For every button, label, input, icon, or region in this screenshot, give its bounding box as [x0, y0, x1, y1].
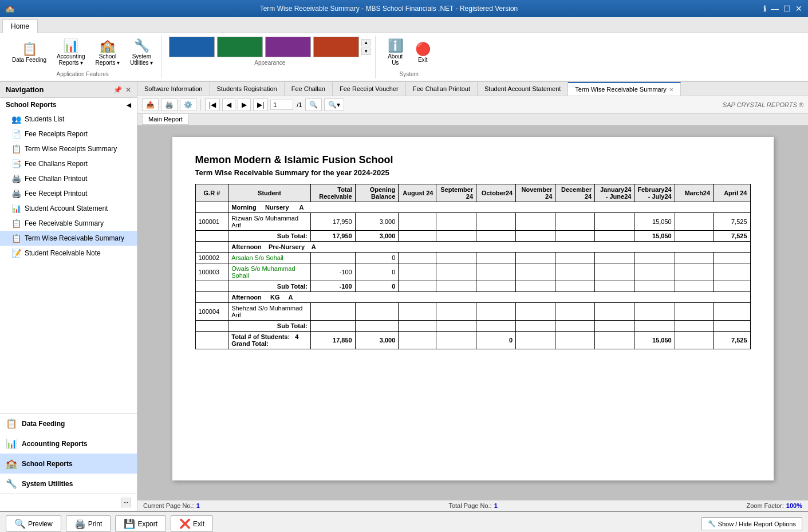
theme-swatch-blue[interactable] — [169, 37, 215, 57]
rpt-first-page-btn[interactable]: |◀ — [205, 98, 220, 111]
grand-total-label: Total # of Students: 4 Grand Total: — [228, 332, 311, 349]
nav-item-students-list[interactable]: 👥 Students List — [0, 112, 137, 127]
export-btn[interactable]: 💾 Export — [115, 515, 166, 532]
subtotal2-opening: 0 — [355, 281, 399, 292]
nav-bottom-school-reports[interactable]: 🏫 School Reports — [0, 454, 137, 474]
nav-item-student-receivable-note[interactable]: 📝 Student Receivable Note — [0, 246, 137, 261]
system-utilities-ribbon-btn[interactable]: 🔧 SystemUtilities ▾ — [126, 37, 157, 69]
window-controls[interactable]: ℹ — ☐ ✕ — [763, 4, 802, 13]
theme-arrow-down[interactable]: ▼ — [361, 48, 371, 55]
theme-swatch-purple[interactable] — [265, 37, 311, 57]
nav-item-fee-receipts[interactable]: 📄 Fee Receipts Report — [0, 127, 137, 141]
grand-total-opening: 3,000 — [355, 332, 399, 349]
show-hide-report-options-btn[interactable]: 🔧 Show / Hide Report Options — [701, 517, 802, 530]
exit-ribbon-icon: 🔴 — [415, 43, 431, 56]
rpt-next-page-btn[interactable]: ▶ — [238, 98, 251, 111]
section-afternoon-prenursery: Afternoon Pre-Nursery A — [195, 242, 750, 253]
system-buttons: ℹ️ AboutUs 🔴 Exit — [383, 37, 435, 69]
nav-item-term-wise-receivable[interactable]: 📋 Term Wise Receivable Summary — [0, 231, 137, 246]
subtotal1-dec — [555, 231, 595, 242]
nav-footer-btn1[interactable]: ··· — [121, 498, 131, 507]
system-group: ℹ️ AboutUs 🔴 Exit System — [378, 36, 440, 78]
exit-ribbon-btn[interactable]: 🔴 Exit — [410, 40, 435, 66]
theme-swatch-red[interactable] — [313, 37, 359, 57]
report-viewer[interactable]: Memon Modern & Islamic Fusion School Ter… — [137, 125, 808, 500]
navigation-panel: Navigation 📌 ✕ School Reports ◀ 👥 Studen… — [0, 82, 137, 511]
rpt-page-input[interactable] — [270, 100, 293, 110]
nav-bottom-data-feeding[interactable]: 📋 Data Feeding — [0, 413, 137, 434]
doc-tab-software-info[interactable]: Software Information — [137, 82, 210, 96]
exit-label: Exit — [193, 520, 204, 528]
nav-bottom-system-utilities[interactable]: 🔧 System Utilities — [0, 474, 137, 494]
rpt-print-btn[interactable]: 🖨️ — [161, 98, 178, 111]
row3-student: Owais S/o Muhammad Sohail — [228, 263, 311, 281]
info-icon[interactable]: ℹ — [763, 4, 766, 13]
row4-jan-jun — [595, 303, 634, 321]
rpt-export-btn[interactable]: 📤 — [142, 98, 159, 111]
accounting-reports-ribbon-btn[interactable]: 📊 AccountingReports ▾ — [53, 37, 89, 69]
close-btn[interactable]: ✕ — [795, 4, 802, 13]
system-utilities-icon: 🔧 — [134, 40, 149, 52]
nav-pin-btn[interactable]: 📌 — [113, 86, 122, 94]
data-feeding-ribbon-btn[interactable]: 📋 Data Feeding — [8, 40, 50, 66]
doc-tab-fee-challan[interactable]: Fee Challan — [285, 82, 333, 96]
status-bar: Current Page No.: 1 Total Page No.: 1 Zo… — [137, 500, 808, 511]
rpt-zoom-btn[interactable]: 🔍▾ — [324, 98, 344, 111]
doc-tab-term-wise-receivable-summary[interactable]: Term Wise Receivable Summary ✕ — [568, 82, 681, 96]
window-title: Term Wise Receivable Summary - MBS Schoo… — [14, 5, 763, 13]
subtotal3-opening — [355, 321, 399, 332]
doc-tab-fee-receipt-voucher[interactable]: Fee Receipt Voucher — [333, 82, 406, 96]
doc-tab-close-icon[interactable]: ✕ — [669, 86, 673, 93]
fee-receipts-icon: 📄 — [11, 129, 21, 139]
subtotal2-dec — [555, 281, 595, 292]
minimize-btn[interactable]: — — [771, 4, 779, 13]
maximize-btn[interactable]: ☐ — [783, 4, 791, 13]
school-reports-ribbon-btn[interactable]: 🏫 SchoolReports ▾ — [92, 37, 124, 69]
about-us-ribbon-btn[interactable]: ℹ️ AboutUs — [383, 37, 408, 69]
table-row: 100004 Shehzad S/o Muhammad Arif — [195, 303, 750, 321]
row1-gr: 100001 — [195, 213, 228, 231]
row4-total — [310, 303, 355, 321]
doc-tab-fee-challan-label: Fee Challan — [291, 85, 325, 92]
nav-item-fee-receivable-summary[interactable]: 📋 Fee Receivable Summary — [0, 216, 137, 231]
rpt-last-page-btn[interactable]: ▶| — [253, 98, 268, 111]
nav-bottom-accounting-reports[interactable]: 📊 Accounting Reports — [0, 434, 137, 454]
grand-total-mar — [675, 332, 713, 349]
row3-oct — [476, 263, 516, 281]
doc-tab-students-reg[interactable]: Students Registration — [210, 82, 285, 96]
subtotal2-nov — [516, 281, 555, 292]
rpt-goto-btn[interactable]: 🔍 — [305, 98, 322, 111]
about-us-icon: ℹ️ — [388, 40, 403, 52]
grand-total-feb-jul: 15,050 — [634, 332, 675, 349]
nav-item-fee-receivable-label: Fee Receivable Summary — [25, 219, 104, 227]
exit-btn[interactable]: ❌ Exit — [171, 515, 213, 532]
nav-item-student-account-statement[interactable]: 📊 Student Account Statement — [0, 201, 137, 216]
nav-close-btn[interactable]: ✕ — [125, 86, 131, 94]
nav-section-header[interactable]: School Reports ◀ — [0, 98, 137, 112]
th-feb24-july24: February24 - July24 — [634, 184, 675, 202]
row3-dec — [555, 263, 595, 281]
nav-item-fee-challans[interactable]: 📑 Fee Challans Report — [0, 156, 137, 171]
print-label: Print — [88, 520, 103, 528]
nav-item-fee-receipt-printout[interactable]: 🖨️ Fee Receipt Printout — [0, 186, 137, 201]
doc-tab-fee-challan-printout[interactable]: Fee Challan Printout — [406, 82, 478, 96]
nav-bottom-data-feeding-icon: 📋 — [6, 418, 17, 429]
row2-sep — [436, 253, 476, 263]
nav-item-fee-challan-printout[interactable]: 🖨️ Fee Challan Printout — [0, 171, 137, 186]
table-row: 100003 Owais S/o Muhammad Sohail -100 0 — [195, 263, 750, 281]
theme-swatch-green[interactable] — [217, 37, 263, 57]
content-area: Software Information Students Registrati… — [137, 82, 808, 511]
ribbon-tab-home[interactable]: Home — [2, 19, 38, 33]
rpt-prev-page-btn[interactable]: ◀ — [222, 98, 235, 111]
show-hide-icon: 🔧 — [708, 520, 716, 527]
rpt-setup-btn[interactable]: ⚙️ — [180, 98, 196, 111]
main-report-tab[interactable]: Main Report — [142, 114, 189, 125]
section-morning-nursery: Morning Nursery A — [195, 202, 750, 213]
preview-btn[interactable]: 🔍 Preview — [6, 515, 61, 532]
doc-tab-student-account-statement[interactable]: Student Account Statement — [478, 82, 568, 96]
nav-item-term-wise-receipts[interactable]: 📋 Term Wise Receipts Summary — [0, 141, 137, 156]
nav-item-fee-receipt-printout-label: Fee Receipt Printout — [25, 190, 87, 198]
grand-total-sep — [436, 332, 476, 349]
theme-arrow-up[interactable]: ▲ — [361, 39, 371, 46]
print-btn[interactable]: 🖨️ Print — [66, 515, 111, 532]
